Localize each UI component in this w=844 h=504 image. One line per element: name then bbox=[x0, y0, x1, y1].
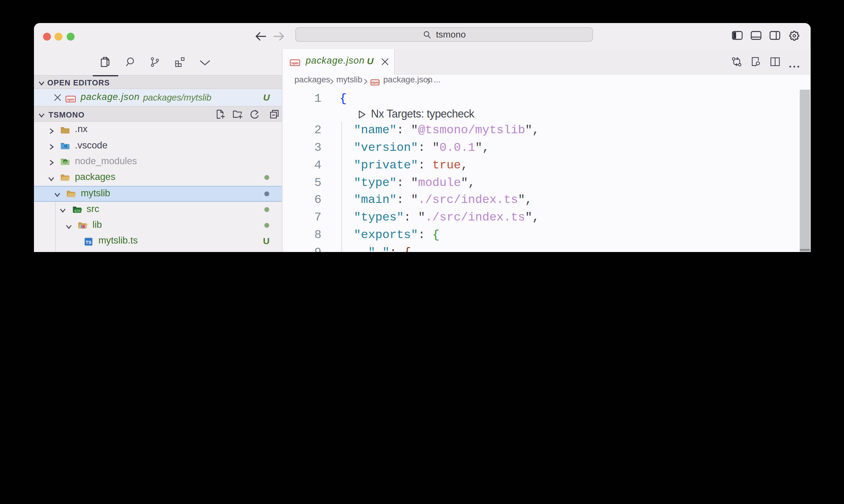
svg-text:TS: TS bbox=[86, 239, 91, 245]
svg-text:npm: npm bbox=[292, 61, 299, 65]
svg-text:JS: JS bbox=[63, 161, 67, 164]
svg-text:npm: npm bbox=[67, 97, 74, 101]
svg-text:npm: npm bbox=[372, 80, 379, 84]
svg-text:</>: </> bbox=[74, 209, 80, 213]
